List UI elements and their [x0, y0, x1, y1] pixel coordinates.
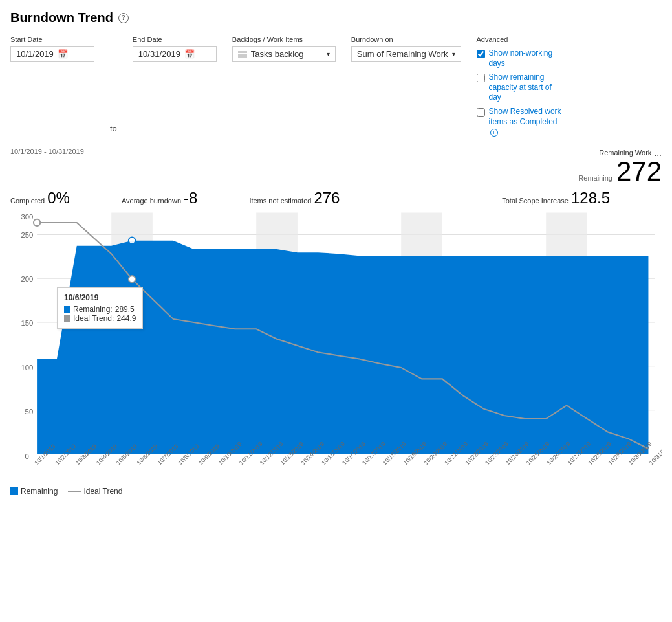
chart-legend: Remaining Ideal Trend	[10, 487, 662, 496]
svg-text:50: 50	[25, 408, 34, 416]
show-capacity-label[interactable]: Show remaining capacity at start of day	[489, 72, 567, 103]
tooltip-ideal-value: 244.9	[116, 314, 136, 323]
legend-ideal-label: Ideal Trend	[83, 487, 122, 496]
checkbox-resolved: Show Resolved work items as Completed i	[477, 107, 567, 137]
remaining-sub: Remaining	[578, 174, 612, 182]
avg-burndown-stat: Average burndown -8	[122, 189, 198, 207]
items-not-est-value: 276	[314, 189, 340, 207]
remaining-work-block: Remaining Work ... Remaining 272	[578, 148, 662, 185]
info-icon[interactable]: i	[490, 129, 498, 137]
burndown-group: Burndown on Sum of Remaining Work ▾	[351, 36, 461, 62]
show-capacity-checkbox[interactable]	[477, 74, 485, 82]
checkbox-capacity: Show remaining capacity at start of day	[477, 72, 567, 103]
start-date-label: Start Date	[10, 36, 94, 43]
legend-remaining: Remaining	[10, 487, 58, 496]
chevron-down-icon-burndown: ▾	[452, 50, 455, 58]
svg-point-18	[34, 219, 40, 226]
advanced-group: Advanced Show non-working days Show rema…	[477, 36, 567, 137]
legend-remaining-label: Remaining	[21, 487, 58, 496]
checkbox-nonworking: Show non-working days	[477, 49, 567, 69]
start-date-group: Start Date 10/1/2019 📅	[10, 36, 94, 62]
svg-text:250: 250	[21, 230, 33, 238]
svg-text:100: 100	[21, 364, 33, 372]
end-date-label: End Date	[133, 36, 217, 43]
remaining-value: 272	[616, 158, 662, 185]
items-not-est-stat: Items not estimated 276	[249, 189, 340, 207]
show-nonworking-label[interactable]: Show non-working days	[489, 49, 567, 69]
show-nonworking-checkbox[interactable]	[477, 50, 485, 58]
total-scope-stat: Total Scope Increase 128.5	[502, 189, 610, 207]
svg-text:150: 150	[21, 319, 33, 327]
start-date-input[interactable]: 10/1/2019 📅	[10, 46, 94, 62]
page-header: Burndown Trend ?	[10, 10, 662, 25]
chart-section: 10/1/2019 - 10/31/2019 Remaining Work ..…	[10, 148, 662, 496]
tooltip-remaining-icon	[64, 306, 70, 313]
to-label: to	[110, 124, 117, 137]
svg-point-20	[129, 237, 135, 243]
stats-row: Completed 0% Average burndown -8 Items n…	[10, 189, 662, 207]
tooltip-date: 10/6/2019	[64, 293, 136, 302]
burndown-dropdown[interactable]: Sum of Remaining Work ▾	[351, 46, 461, 62]
chart-svg: 0 50 100 150 200 250 300	[10, 210, 662, 482]
completed-label: Completed	[10, 197, 45, 205]
chevron-down-icon: ▾	[327, 50, 330, 58]
tooltip-ideal-row: Ideal Trend: 244.9	[64, 314, 136, 323]
total-scope-value: 128.5	[571, 189, 610, 207]
legend-ideal: Ideal Trend	[68, 487, 122, 496]
backlog-value: Tasks backlog	[251, 49, 304, 59]
end-date-input[interactable]: 10/31/2019 📅	[133, 46, 217, 62]
backlog-dropdown[interactable]: Tasks backlog ▾	[232, 46, 336, 62]
completed-value: 0%	[47, 189, 70, 207]
svg-text:0: 0	[25, 452, 29, 460]
svg-text:200: 200	[21, 275, 33, 283]
chart-tooltip: 10/6/2019 Remaining: 289.5 Ideal Trend: …	[57, 287, 143, 329]
completed-stat: Completed 0%	[10, 189, 70, 207]
tooltip-ideal-label: Ideal Trend:	[73, 314, 114, 323]
burndown-label: Burndown on	[351, 36, 461, 43]
items-not-est-label: Items not estimated	[249, 197, 311, 205]
end-date-group: End Date 10/31/2019 📅	[133, 36, 217, 62]
tooltip-remaining-value: 289.5	[115, 305, 135, 314]
calendar-icon[interactable]: 📅	[58, 49, 68, 59]
page-title: Burndown Trend	[10, 10, 113, 25]
show-resolved-label[interactable]: Show Resolved work items as Completed i	[489, 107, 567, 137]
svg-marker-17	[37, 240, 648, 454]
show-resolved-checkbox[interactable]	[477, 108, 485, 117]
end-date-value: 10/31/2019	[138, 49, 180, 59]
tooltip-remaining-row: Remaining: 289.5	[64, 305, 136, 314]
burndown-value: Sum of Remaining Work	[357, 49, 448, 59]
total-scope-label: Total Scope Increase	[502, 197, 569, 205]
burndown-chart[interactable]: 0 50 100 150 200 250 300	[10, 210, 662, 482]
backlog-label: Backlogs / Work Items	[232, 36, 336, 43]
date-range: 10/1/2019 - 10/31/2019	[10, 148, 84, 155]
advanced-label: Advanced	[477, 36, 567, 43]
calendar-icon-end[interactable]: 📅	[184, 49, 195, 59]
controls-row: Start Date 10/1/2019 📅 to End Date 10/31…	[10, 36, 662, 137]
help-icon[interactable]: ?	[118, 13, 129, 23]
legend-ideal-icon	[68, 491, 81, 492]
svg-text:300: 300	[21, 213, 33, 221]
tooltip-ideal-icon	[64, 315, 70, 322]
chart-meta: 10/1/2019 - 10/31/2019 Remaining Work ..…	[10, 148, 662, 185]
svg-point-19	[129, 276, 135, 282]
backlog-icon	[238, 51, 247, 58]
start-date-value: 10/1/2019	[16, 49, 54, 59]
tooltip-remaining-label: Remaining:	[73, 305, 113, 314]
legend-remaining-icon	[10, 487, 18, 495]
avg-burndown-value: -8	[184, 189, 197, 207]
avg-burndown-label: Average burndown	[122, 197, 181, 205]
remaining-work-title: Remaining Work	[599, 149, 651, 157]
backlog-group: Backlogs / Work Items Tasks backlog ▾	[232, 36, 336, 62]
